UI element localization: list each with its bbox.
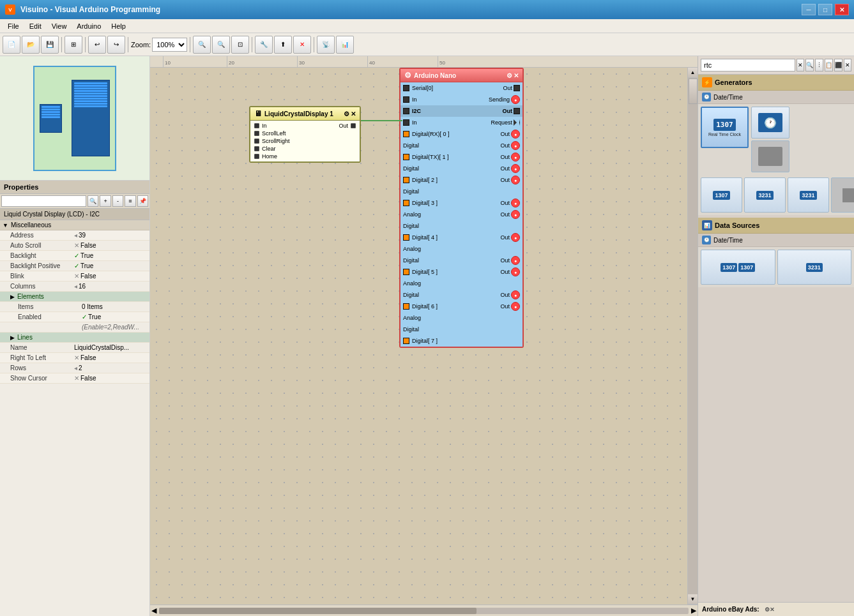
- other-components-col: 🕐: [751, 107, 789, 172]
- vscroll-up-btn[interactable]: ▲: [688, 68, 698, 78]
- rtc-grey[interactable]: [831, 177, 854, 213]
- maximize-button[interactable]: □: [818, 4, 832, 15]
- search-clear-btn[interactable]: ✕: [797, 59, 804, 71]
- vscroll-down-btn[interactable]: ▼: [688, 594, 698, 605]
- rows-spinner-icon: ◂: [74, 364, 77, 372]
- hscroll-left-btn[interactable]: ◀: [151, 606, 156, 615]
- ds3231-component[interactable]: 3231: [777, 250, 852, 285]
- props-pin-btn[interactable]: 📌: [137, 195, 148, 207]
- lcd-settings-icon[interactable]: ⚙: [344, 110, 349, 117]
- arduino-digital-row2: Digital Out ●: [400, 163, 522, 174]
- grey1-component[interactable]: [751, 140, 789, 172]
- zoom-select[interactable]: 100% 50% 75% 125% 150% 200%: [152, 38, 187, 52]
- digital-row6-indicator: ●: [511, 290, 520, 299]
- lcd-close-icon[interactable]: ✕: [351, 110, 356, 117]
- rtc3231-v2[interactable]: 3231: [788, 177, 829, 213]
- menu-edit[interactable]: Edit: [24, 21, 47, 31]
- vscroll-thumb[interactable]: [689, 79, 698, 104]
- lcd-icon: 🖥: [254, 109, 262, 118]
- right-panel: ✕ 🔍 ⋮ 📋 ⬛ ✕ ⚡ Generators 🕐 Date/Time: [698, 56, 854, 616]
- close-button[interactable]: ✕: [835, 4, 849, 15]
- serial-out-label: Out: [503, 85, 512, 91]
- zoom-fit-button[interactable]: ⊡: [231, 36, 249, 54]
- stop-button[interactable]: ✕: [293, 36, 311, 54]
- ebay-close-icon[interactable]: ✕: [770, 606, 775, 613]
- miscellaneous-group: ▼ Miscellaneous Address ◂ 39 Auto Scroll: [0, 220, 149, 384]
- prop-columns: Columns ◂ 16: [0, 282, 149, 292]
- digital-4-indicator: ●: [511, 233, 520, 242]
- digital-7-label: Digital[ 7 ]: [412, 338, 438, 344]
- menu-help[interactable]: Help: [106, 21, 131, 31]
- zoom-label: Zoom:: [131, 41, 151, 49]
- scope-button[interactable]: 📊: [336, 36, 354, 54]
- vertical-scrollbar[interactable]: ▲ ▼: [687, 68, 698, 605]
- search-copy-btn[interactable]: 📋: [825, 59, 833, 71]
- clock-symbol: 🕐: [764, 117, 777, 129]
- generators-section-header: ⚡ Generators: [698, 75, 854, 91]
- undo-button[interactable]: ↩: [88, 36, 106, 54]
- props-sort-btn[interactable]: ≡: [125, 195, 135, 207]
- arduino-close-icon[interactable]: ✕: [514, 72, 519, 79]
- digital-rx0-label: Digital(RX)[ 0 ]: [412, 131, 450, 137]
- lcd-component-block[interactable]: 🖥 LiquidCrystalDisplay 1 ⚙ ✕ In: [249, 106, 361, 163]
- rtc1307-v2[interactable]: 1307: [701, 177, 742, 213]
- new-button[interactable]: 📄: [3, 36, 20, 54]
- canvas-container[interactable]: 🖥 LiquidCrystalDisplay 1 ⚙ ✕ In: [150, 68, 698, 605]
- hscroll-right-btn[interactable]: ▶: [691, 606, 696, 615]
- port-home: Home: [252, 153, 333, 160]
- zoom-in-button[interactable]: 🔍: [212, 36, 230, 54]
- compile-button[interactable]: 🔧: [255, 36, 273, 54]
- prop-rows: Rows ◂ 2: [0, 363, 149, 373]
- props-expand-btn[interactable]: +: [100, 195, 111, 207]
- miscellaneous-group-header[interactable]: ▼ Miscellaneous: [0, 220, 149, 230]
- generators-icon: ⚡: [702, 77, 712, 87]
- search-box-btn[interactable]: ⬛: [834, 59, 843, 71]
- props-search-btn[interactable]: 🔍: [88, 195, 98, 207]
- save-button[interactable]: 💾: [41, 36, 59, 54]
- hscroll-track[interactable]: [159, 608, 689, 614]
- ebay-settings-icon[interactable]: ⚙: [765, 606, 770, 613]
- open-button[interactable]: 📂: [22, 36, 40, 54]
- digital-tx1-out: Out: [500, 154, 510, 160]
- grid-toggle[interactable]: ⊞: [65, 36, 82, 54]
- port-scrollleft: ScrollLeft: [252, 130, 333, 137]
- search-menu-btn[interactable]: ⋮: [815, 59, 823, 71]
- properties-search-input[interactable]: [1, 195, 86, 207]
- zoom-out-button[interactable]: 🔍: [193, 36, 211, 54]
- arduino-serial-header: Serial[0] Out: [400, 82, 522, 94]
- menu-arduino[interactable]: Arduino: [72, 21, 106, 31]
- vscroll-track[interactable]: [688, 78, 698, 594]
- prop-lines-group[interactable]: ▶ Lines: [0, 333, 149, 343]
- port-home-label: Home: [262, 153, 277, 160]
- component-search-input[interactable]: [701, 59, 795, 71]
- arduino-settings-icon[interactable]: ⚙: [507, 72, 512, 79]
- arduino-component-block[interactable]: ⚙ Arduino Nano ⚙ ✕ Serial[0]: [399, 68, 524, 348]
- redo-button[interactable]: ↪: [107, 36, 125, 54]
- ds1307-component[interactable]: 1307 1307: [701, 250, 775, 285]
- minimize-button[interactable]: ─: [802, 4, 816, 15]
- port-clear-label: Clear: [262, 146, 276, 152]
- prop-elements-group[interactable]: ▶ Elements: [0, 292, 149, 302]
- search-go-btn[interactable]: 🔍: [805, 59, 814, 71]
- serial-button[interactable]: 📡: [317, 36, 335, 54]
- i2c-in-label: In: [412, 119, 417, 126]
- arduino-analog-row3: Analog: [400, 278, 522, 289]
- hscroll-thumb[interactable]: [159, 608, 477, 614]
- datetime-label: Date/Time: [713, 94, 743, 101]
- digital-5-label: Digital[ 5 ]: [412, 269, 438, 275]
- arduino-block-body: Serial[0] Out In Sending: [400, 82, 522, 347]
- clock1-component[interactable]: 🕐: [751, 107, 789, 139]
- arduino-digital-analog-row6: Digital Out ●: [400, 289, 522, 301]
- grey1-icon: [758, 147, 782, 166]
- digital-6-out: Out: [500, 303, 510, 310]
- horizontal-scrollbar[interactable]: ◀ ▶: [150, 605, 698, 616]
- search-close-btn[interactable]: ✕: [844, 59, 851, 71]
- rtc3231-v1[interactable]: 3231: [744, 177, 786, 213]
- props-collapse-btn[interactable]: -: [112, 195, 123, 207]
- upload-button[interactable]: ⬆: [274, 36, 292, 54]
- menu-file[interactable]: File: [3, 21, 24, 31]
- preview-arduino-icon: [72, 80, 110, 156]
- toolbar-separator-5: [252, 37, 252, 52]
- rtc1307-component[interactable]: 1307 Real Time Clock: [701, 107, 749, 148]
- menu-view[interactable]: View: [47, 21, 72, 31]
